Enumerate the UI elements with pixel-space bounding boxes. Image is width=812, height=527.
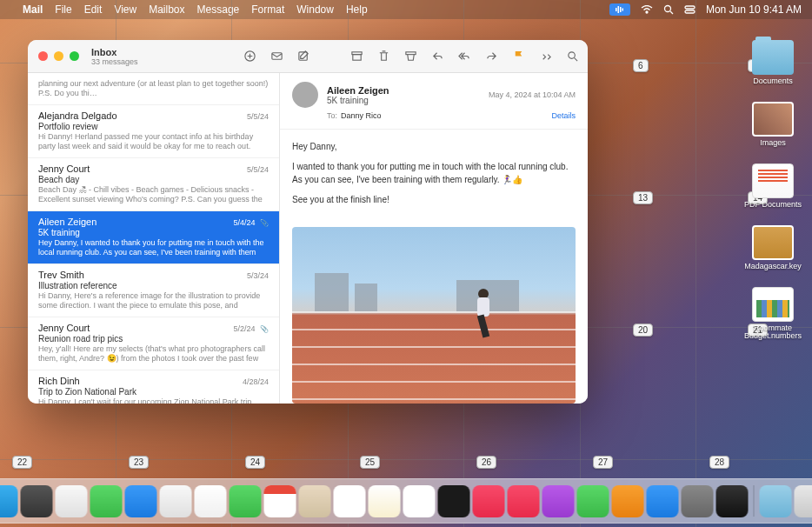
dock-music[interactable] [473, 485, 505, 517]
minimize-button[interactable] [54, 51, 63, 61]
wifi-icon[interactable] [641, 5, 653, 14]
dock-podcasts[interactable] [542, 485, 575, 517]
svg-rect-13 [406, 52, 416, 55]
filter-icon[interactable] [243, 50, 256, 63]
reader-to: Danny Rico [341, 111, 382, 120]
desktop-pdf-documents[interactable]: PDF Documents [742, 163, 803, 210]
dock-downloads[interactable] [760, 485, 792, 517]
dock-reminders[interactable] [334, 485, 366, 517]
dock-photos[interactable] [195, 485, 227, 517]
details-link[interactable]: Details [551, 111, 576, 120]
svg-point-4 [646, 11, 648, 13]
forward-icon[interactable] [485, 50, 498, 63]
window-subtitle: 33 messages [91, 57, 138, 66]
menu-help[interactable]: Help [346, 3, 368, 16]
more-icon[interactable] [539, 50, 552, 63]
message-row[interactable]: Jenny Court5/2/24 📎Reunion road trip pic… [28, 317, 279, 370]
dock-trash[interactable] [795, 485, 813, 517]
message-row[interactable]: Trev Smith5/3/24Illustration referenceHi… [28, 264, 279, 317]
dock-numbers[interactable] [577, 485, 609, 517]
archive-icon[interactable] [350, 50, 363, 63]
dock-appstore[interactable] [647, 485, 679, 517]
dock-calendar[interactable] [264, 485, 296, 517]
message-row[interactable]: Rich Dinh4/28/24Trip to Zion National Pa… [28, 370, 279, 404]
zoom-button[interactable] [70, 51, 79, 61]
svg-rect-3 [622, 9, 623, 11]
desktop-numbers-file[interactable]: Roommate Budget.numbers [742, 287, 803, 342]
reader-from: Aileen Zeigen [327, 85, 389, 96]
dock-notes[interactable] [369, 485, 401, 517]
menu-window[interactable]: Window [296, 3, 334, 16]
close-button[interactable] [38, 51, 48, 61]
dock-settings[interactable] [682, 485, 714, 517]
trash-icon[interactable] [377, 50, 390, 63]
dock-pages[interactable] [612, 485, 644, 517]
svg-rect-9 [272, 53, 282, 60]
message-row[interactable]: Jenny Court5/5/24Beach dayBeach Day 🏖 - … [28, 158, 279, 211]
desktop-folder-documents[interactable]: Documents [742, 40, 803, 86]
menu-view[interactable]: View [114, 3, 136, 16]
control-center-icon[interactable] [684, 5, 696, 14]
menu-mailbox[interactable]: Mailbox [149, 3, 184, 16]
mail-titlebar[interactable]: Inbox 33 messages [28, 40, 588, 73]
reply-all-icon[interactable] [458, 50, 471, 63]
desktop-keynote-file[interactable]: Madagascar.key [742, 225, 803, 271]
reply-icon[interactable] [431, 50, 444, 63]
message-row[interactable]: planning our next adventure (or at least… [28, 73, 279, 105]
svg-point-14 [569, 52, 576, 59]
svg-rect-2 [620, 7, 622, 12]
dock [0, 478, 812, 524]
search-icon[interactable] [566, 50, 579, 63]
app-menu[interactable]: Mail [23, 3, 43, 16]
dock-maps[interactable] [160, 485, 192, 517]
desktop-folder-images[interactable]: Images [742, 102, 803, 148]
svg-rect-1 [617, 6, 619, 13]
grid-num: 6 [633, 59, 649, 72]
dock-tv[interactable] [438, 485, 470, 517]
grid-num: 20 [633, 324, 653, 337]
menubar: Mail File Edit View Mailbox Message Form… [0, 0, 812, 19]
window-title: Inbox [91, 47, 138, 57]
to-label: To: [327, 111, 337, 120]
grid-num: 26 [476, 456, 496, 469]
envelope-icon[interactable] [270, 50, 283, 63]
grid-num: 25 [360, 456, 380, 469]
menu-edit[interactable]: Edit [84, 3, 103, 16]
spotlight-icon[interactable] [663, 4, 674, 15]
voice-control-icon[interactable] [609, 3, 630, 16]
dock-contacts[interactable] [299, 485, 331, 517]
dock-safari[interactable] [56, 485, 88, 517]
dock-news[interactable] [508, 485, 540, 517]
svg-rect-7 [685, 10, 695, 13]
dock-finder[interactable] [0, 485, 18, 517]
message-row[interactable]: Aileen Zeigen5/4/24 📎5K trainingHey Dann… [28, 211, 279, 264]
dock-iphone[interactable] [716, 485, 749, 517]
svg-rect-12 [353, 55, 361, 61]
dock-messages[interactable] [90, 485, 123, 517]
menu-format[interactable]: Format [251, 3, 284, 16]
grid-num: 23 [129, 456, 149, 469]
flag-icon[interactable] [512, 50, 525, 63]
menubar-clock[interactable]: Mon Jun 10 9:41 AM [706, 3, 802, 16]
mail-window: Inbox 33 messages planning our next adve… [28, 40, 588, 404]
junk-icon[interactable] [404, 50, 417, 63]
menu-file[interactable]: File [55, 3, 71, 16]
dock-separator [754, 485, 755, 517]
dock-mail[interactable] [125, 485, 157, 517]
grid-num: 24 [245, 456, 265, 469]
message-list[interactable]: planning our next adventure (or at least… [28, 73, 280, 404]
attachment-image[interactable] [292, 227, 576, 404]
message-reader: Aileen Zeigen 5K training May 4, 2024 at… [280, 73, 588, 404]
grid-num: 22 [12, 456, 32, 469]
menu-message[interactable]: Message [197, 3, 240, 16]
message-row[interactable]: Alejandra Delgado5/5/24Portfolio reviewH… [28, 105, 279, 158]
compose-icon[interactable] [297, 50, 310, 63]
grid-num: 13 [633, 191, 653, 204]
dock-launchpad[interactable] [21, 485, 53, 517]
dock-facetime[interactable] [230, 485, 262, 517]
svg-rect-0 [616, 8, 617, 11]
svg-point-5 [664, 6, 670, 12]
grid-num: 28 [709, 456, 729, 469]
dock-freeform[interactable] [403, 485, 436, 517]
sender-avatar [292, 82, 318, 108]
